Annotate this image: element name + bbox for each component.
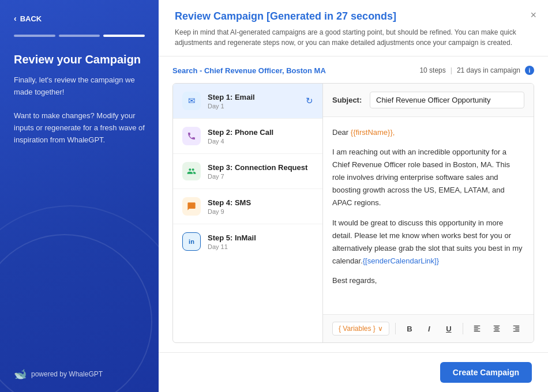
step-item-3[interactable]: Step 3: Connection Request Day 7 (173, 154, 322, 189)
step-item-2[interactable]: Step 2: Phone Call Day 4 (173, 119, 322, 154)
sidebar-footer: 🐋 powered by WhaleGPT (14, 368, 145, 380)
step-2-name: Step 2: Phone Call (208, 128, 313, 137)
sidebar: ‹ BACK Review your Campaign Finally, let… (0, 0, 159, 392)
step-3-info: Step 3: Connection Request Day 7 (208, 163, 313, 180)
sidebar-description-1: Finally, let's review the campaign we ma… (14, 74, 145, 146)
progress-bar (14, 35, 145, 37)
meta-divider: | (451, 66, 452, 74)
search-label: Search - Chief Revenue Officer, Boston M… (172, 66, 326, 75)
phone-step-icon (182, 127, 201, 145)
italic-button[interactable]: I (421, 321, 437, 337)
step-item-1[interactable]: ✉ Step 1: Email Day 1 ↻ (173, 84, 322, 119)
align-right-button[interactable] (508, 321, 524, 337)
main-content: Review Campaign [Generated in 27 seconds… (159, 0, 548, 392)
meta-right: 10 steps | 21 days in campaign i (419, 66, 534, 75)
email-body[interactable]: Dear {{firstName}}, I am reaching out wi… (323, 117, 534, 314)
underline-button[interactable]: U (441, 321, 457, 337)
step-3-day: Day 7 (208, 173, 313, 180)
bold-button[interactable]: B (401, 321, 418, 337)
email-sign: Best regards, (332, 274, 524, 287)
whalegpt-logo-icon: 🐋 (14, 368, 27, 380)
variables-button[interactable]: { Variables } ∨ (332, 322, 389, 336)
steps-list: ✉ Step 1: Email Day 1 ↻ Step 2: Phone Ca… (173, 84, 323, 342)
progress-step-1 (14, 35, 55, 37)
info-icon[interactable]: i (525, 66, 534, 75)
main-title: Review Campaign [Generated in 27 seconds… (175, 10, 532, 22)
email-view: Subject: Chief Revenue Officer Opportuni… (323, 84, 534, 342)
calendar-link-variable: {[senderCalendarLink]} (363, 257, 439, 265)
connect-step-icon (182, 162, 201, 180)
step-5-day: Day 11 (208, 243, 313, 250)
powered-by-label: powered by WhaleGPT (31, 370, 103, 378)
step-4-day: Day 9 (208, 208, 313, 215)
step-1-info: Step 1: Email Day 1 (208, 93, 299, 110)
create-campaign-button[interactable]: Create Campaign (440, 362, 532, 383)
toolbar-separator-2 (463, 323, 463, 334)
step-item-5[interactable]: in Step 5: InMail Day 11 (173, 224, 322, 259)
toolbar-separator-1 (395, 323, 396, 334)
days-count: 21 days in campaign (457, 66, 520, 74)
progress-step-3 (103, 35, 145, 37)
email-toolbar: { Variables } ∨ B I U (323, 314, 534, 342)
step-4-name: Step 4: SMS (208, 198, 313, 207)
back-label: BACK (20, 14, 42, 23)
back-button[interactable]: ‹ BACK (14, 14, 145, 23)
email-paragraph-2: It would be great to discuss this opport… (332, 217, 524, 267)
step-4-info: Step 4: SMS Day 9 (208, 198, 313, 215)
campaign-panel: Search - Chief Revenue Officer, Boston M… (159, 56, 548, 352)
align-left-button[interactable] (469, 321, 485, 337)
email-greeting: Dear {{firstName}}, (332, 126, 524, 139)
main-subtitle: Keep in mind that AI-generated campaigns… (175, 27, 521, 48)
step-2-day: Day 4 (208, 138, 313, 145)
subject-input[interactable]: Chief Revenue Officer Opportunity (370, 92, 524, 108)
subject-row: Subject: Chief Revenue Officer Opportuni… (323, 84, 534, 117)
align-center-button[interactable] (489, 321, 505, 337)
refresh-icon[interactable]: ↻ (306, 96, 313, 106)
step-5-name: Step 5: InMail (208, 233, 313, 242)
email-step-icon: ✉ (182, 92, 201, 110)
steps-count: 10 steps (419, 66, 445, 74)
chevron-down-icon: ∨ (378, 325, 383, 333)
back-arrow-icon: ‹ (14, 14, 17, 23)
inmail-step-icon: in (182, 232, 201, 251)
subject-label: Subject: (332, 96, 364, 104)
bottom-bar: Create Campaign (159, 352, 548, 392)
sidebar-title: Review your Campaign (14, 53, 145, 66)
step-1-day: Day 1 (208, 103, 299, 110)
step-1-name: Step 1: Email (208, 93, 299, 101)
main-header: Review Campaign [Generated in 27 seconds… (159, 0, 548, 56)
steps-email-layout: ✉ Step 1: Email Day 1 ↻ Step 2: Phone Ca… (172, 83, 534, 343)
email-paragraph-1: I am reaching out with an incredible opp… (332, 146, 524, 209)
sms-step-icon (182, 197, 201, 216)
firstname-variable: {{firstName}}, (351, 128, 395, 137)
step-5-info: Step 5: InMail Day 11 (208, 233, 313, 250)
progress-step-2 (59, 35, 100, 37)
step-3-name: Step 3: Connection Request (208, 163, 313, 172)
campaign-meta-row: Search - Chief Revenue Officer, Boston M… (172, 66, 534, 75)
close-button[interactable]: × (530, 9, 536, 21)
step-item-4[interactable]: Step 4: SMS Day 9 (173, 189, 322, 224)
step-2-info: Step 2: Phone Call Day 4 (208, 128, 313, 145)
